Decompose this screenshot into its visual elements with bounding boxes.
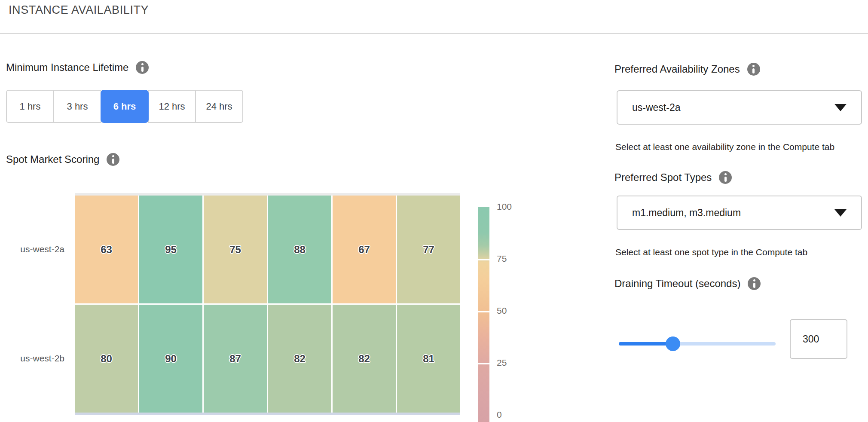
lifetime-option-button[interactable]: 24 hrs [195,90,243,123]
page-title: INSTANCE AVAILABILITY [9,3,149,17]
draining-timeout-slider[interactable] [619,335,776,352]
slider-fill [619,342,673,346]
minimum-instance-lifetime-label: Minimum Instance Lifetime [6,61,128,73]
spot-market-scoring-header: Spot Market Scoring [6,153,119,166]
heatmap-cell: 88 [268,196,331,303]
preferred-availability-zones-header: Preferred Availability Zones [614,63,760,76]
heatmap-cell: 75 [204,196,267,303]
heatmap-cell: 87 [204,305,267,413]
info-icon[interactable] [136,61,149,74]
colorbar-tick-line [478,363,489,364]
colorbar-tick-label: 75 [497,254,527,264]
instance-availability-page: INSTANCE AVAILABILITY Minimum Instance L… [0,0,868,422]
heatmap-cell: 81 [397,305,460,413]
info-icon[interactable] [748,277,761,290]
lifetime-button-group: 1 hrs3 hrs6 hrs12 hrs24 hrs [6,90,243,123]
heatmap-cell: 67 [333,196,396,303]
info-icon[interactable] [747,63,760,76]
heatmap-cell: 95 [139,196,202,303]
colorbar-tick-label: 0 [497,410,527,420]
spot-scoring-heatmap: 639575886777809087828281 [75,193,460,415]
spot-market-scoring-label: Spot Market Scoring [6,153,99,165]
heatmap-cell: 77 [397,196,460,303]
heatmap-cell: 90 [139,305,202,413]
colorbar-tick-label: 25 [497,358,527,368]
heatmap-row-label: us-west-2a [9,244,64,254]
draining-timeout-input[interactable] [790,319,847,359]
lifetime-option-button[interactable]: 12 hrs [148,90,196,123]
preferred-spot-types-label: Preferred Spot Types [614,171,712,183]
colorbar-tick-label: 100 [497,202,527,212]
colorbar-tick-line [478,311,489,312]
colorbar-tick-label: 50 [497,306,527,316]
heatmap-cell: 82 [268,305,331,413]
slider-thumb[interactable] [666,336,680,351]
lifetime-option-button[interactable]: 3 hrs [53,90,101,123]
chevron-down-icon [834,209,847,217]
heatmap-row-label: us-west-2b [9,353,64,364]
spot-types-select[interactable]: m1.medium, m3.medium [617,196,862,230]
preferred-availability-zones-label: Preferred Availability Zones [614,63,740,75]
heatmap-cell: 63 [75,196,138,303]
lifetime-option-button[interactable]: 6 hrs [101,90,149,123]
draining-timeout-label: Draining Timeout (seconds) [614,278,740,290]
minimum-instance-lifetime-header: Minimum Instance Lifetime [6,61,149,74]
colorbar-tick-line [478,259,489,260]
info-icon[interactable] [719,171,732,184]
availability-zones-helper: Select at least one availability zone in… [615,142,834,152]
header-divider [0,33,868,34]
availability-zones-value: us-west-2a [632,102,680,113]
lifetime-option-button[interactable]: 1 hrs [6,90,54,123]
chevron-down-icon [834,104,847,111]
heatmap-cell: 80 [75,305,138,413]
availability-zones-select[interactable]: us-west-2a [617,90,862,125]
heatmap-cell: 82 [333,305,396,413]
info-icon[interactable] [107,153,119,166]
spot-types-value: m1.medium, m3.medium [632,207,741,219]
heatmap-colorbar [478,207,489,422]
spot-types-helper: Select at least one spot type in the Com… [615,247,807,257]
preferred-spot-types-header: Preferred Spot Types [614,171,732,184]
draining-timeout-header: Draining Timeout (seconds) [614,277,761,290]
